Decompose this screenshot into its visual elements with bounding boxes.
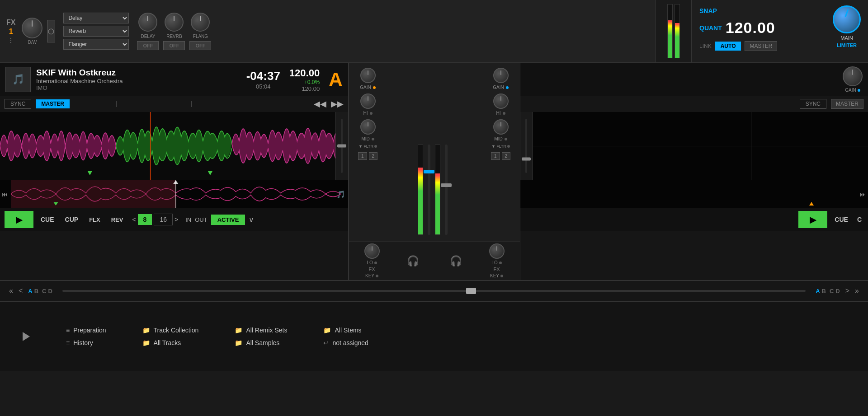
fltr-label-a[interactable]: ▼ FLTR <box>359 144 373 149</box>
active-btn-a[interactable]: ACTIVE <box>211 215 245 225</box>
deck-b-label[interactable]: B <box>34 288 38 294</box>
snap-label[interactable]: SNAP <box>699 7 777 14</box>
fx-reverb-btn[interactable]: OFF <box>163 41 185 50</box>
lo-knob-b[interactable] <box>489 243 505 259</box>
eq-1-btn-a[interactable]: 1 <box>358 152 367 160</box>
fx-dropdown-3[interactable]: Flanger <box>63 39 129 50</box>
fx-flanger-knob[interactable] <box>191 13 210 32</box>
lo-knob-a[interactable] <box>364 243 380 259</box>
crossfader-handle[interactable] <box>466 288 476 294</box>
hi-knob-a[interactable] <box>360 93 376 109</box>
quant-label[interactable]: QUANT <box>699 24 722 32</box>
library-play-btn[interactable] <box>23 332 30 341</box>
mid-knob-a[interactable] <box>360 119 376 135</box>
cue-btn-b[interactable]: CUE <box>831 214 852 225</box>
mini-waveform-b[interactable]: ⏭ <box>520 180 868 208</box>
library-track-collection-link[interactable]: 📁 Track Collection <box>142 327 199 334</box>
gain-knob-b-right[interactable] <box>843 66 863 86</box>
library-all-tracks-link[interactable]: 📁 All Tracks <box>142 339 199 346</box>
skip-back-btn[interactable]: ◀◀ <box>314 99 326 109</box>
library-all-remix-link[interactable]: 📁 All Remix Sets <box>235 327 287 334</box>
gain-knob-b[interactable] <box>493 68 509 83</box>
mini-wf-back-btn[interactable]: ⏮ <box>2 191 8 198</box>
deck-d-label[interactable]: D <box>48 288 52 294</box>
library-all-samples-link[interactable]: 📁 All Samples <box>235 339 287 346</box>
limiter-label[interactable]: LIMITER <box>837 42 857 48</box>
deck-b-gain-area: GAIN <box>843 66 863 93</box>
mini-waveform-a[interactable]: ⏮ 🎵 <box>0 180 348 208</box>
expand-btn-a[interactable]: ∨ <box>249 215 254 224</box>
auto-button[interactable]: AUTO <box>715 42 741 51</box>
out-btn-a[interactable]: OUT <box>195 216 207 223</box>
flx-btn-a[interactable]: FLX <box>85 215 104 225</box>
library-not-assigned-link[interactable]: ↩ not assigned <box>323 339 368 346</box>
sync-btn-a[interactable]: SYNC <box>5 99 31 109</box>
deck-a: 🎵 SKIF With Ostkreuz International Masch… <box>0 63 349 280</box>
loop-prev-btn[interactable]: < <box>132 216 136 223</box>
library-history-link[interactable]: ≡ History <box>66 339 106 346</box>
nav-back-btn[interactable]: < <box>19 287 23 295</box>
fx-chain-link-icon[interactable]: ⬡ <box>47 20 55 42</box>
library-preparation-link[interactable]: ≡ Preparation <box>66 327 106 334</box>
sync-btn-b[interactable]: SYNC <box>800 99 826 109</box>
mini-wf-back-btn-b[interactable]: ⏭ <box>860 191 866 198</box>
cue-btn-a[interactable]: CUE <box>37 214 58 225</box>
skip-fwd-btn[interactable]: ▶▶ <box>331 99 344 109</box>
eq-1-btn-b[interactable]: 1 <box>491 152 500 160</box>
headphone-btn-b[interactable]: 🎧 <box>446 242 466 280</box>
rev-btn-a[interactable]: REV <box>108 215 127 225</box>
main-knob[interactable] <box>833 5 861 33</box>
loop-next-btn[interactable]: > <box>175 216 178 223</box>
nav-fast-forward-btn[interactable]: » <box>855 287 859 295</box>
library-all-stems-link[interactable]: 📁 All Stems <box>323 327 368 334</box>
in-btn-a[interactable]: IN <box>185 216 191 223</box>
channel-fader-b[interactable] <box>424 145 434 235</box>
deck-c2-label[interactable]: C <box>830 288 834 294</box>
lo-label-a: LO <box>367 260 373 265</box>
master-deck-btn-b[interactable]: MASTER <box>831 99 863 109</box>
master-deck-btn-a[interactable]: MASTER <box>36 99 70 108</box>
waveform-main-b[interactable] <box>520 112 868 180</box>
deck-c-label[interactable]: C <box>42 288 46 294</box>
headphone-btn-a[interactable]: 🎧 <box>403 242 423 280</box>
waveform-main-a[interactable] <box>0 112 348 180</box>
channel-fader-a[interactable] <box>441 145 451 235</box>
deck-b2-label[interactable]: B <box>822 288 826 294</box>
track-collection-label: Track Collection <box>154 327 199 334</box>
cup-btn-b[interactable]: C <box>855 214 863 225</box>
nav-forward-btn[interactable]: > <box>845 287 849 295</box>
mid-knob-b[interactable] <box>493 119 509 135</box>
track-collection-icon: 📁 <box>142 327 150 334</box>
gain-knob-a[interactable] <box>360 68 376 83</box>
fltr-label-b[interactable]: ▼ FLTR <box>491 144 506 149</box>
cup-btn-a[interactable]: CUP <box>61 214 82 225</box>
loop-size-8-btn[interactable]: 8 <box>138 214 152 225</box>
library-bar: ≡ Preparation ≡ History 📁 Track Collecti… <box>0 301 868 371</box>
fx-bar: FX 1 ⋮ D/W ⬡ Delay Reverb Flanger <box>0 0 656 62</box>
deck-d2-label[interactable]: D <box>835 288 840 294</box>
crossfader-track[interactable] <box>62 290 806 292</box>
all-stems-icon: 📁 <box>323 327 331 334</box>
master-button[interactable]: MASTER <box>745 41 777 51</box>
nav-rewind-btn[interactable]: « <box>9 287 13 295</box>
deck-a2-label[interactable]: A <box>816 288 820 294</box>
hi-knob-b[interactable] <box>493 93 509 109</box>
fx-dw-knob[interactable] <box>22 18 42 38</box>
fx-delay-knob[interactable] <box>138 13 157 32</box>
fx-dropdown-2[interactable]: Reverb <box>63 26 129 37</box>
pitch-fader-b[interactable] <box>520 112 533 180</box>
pitch-fader-a[interactable] <box>335 112 348 180</box>
play-btn-b[interactable]: ▶ <box>798 211 827 228</box>
fx-delay-btn[interactable]: OFF <box>137 41 159 50</box>
eq-2-btn-b[interactable]: 2 <box>502 152 511 160</box>
gain-label-b: GAIN <box>493 85 504 90</box>
fx-reverb-knob[interactable] <box>165 13 184 32</box>
fx-chain-button[interactable]: FX 1 ⋮ <box>6 19 15 44</box>
deck-a-label[interactable]: A <box>28 288 32 294</box>
fx-flanger-btn[interactable]: OFF <box>189 41 211 50</box>
eq-2-btn-a[interactable]: 2 <box>369 152 378 160</box>
play-btn-a[interactable]: ▶ <box>5 211 33 228</box>
loop-size-16-btn[interactable]: 16 <box>154 214 173 225</box>
fx-dropdown-1[interactable]: Delay <box>63 13 129 23</box>
fx-dw-label: D/W <box>28 40 37 45</box>
